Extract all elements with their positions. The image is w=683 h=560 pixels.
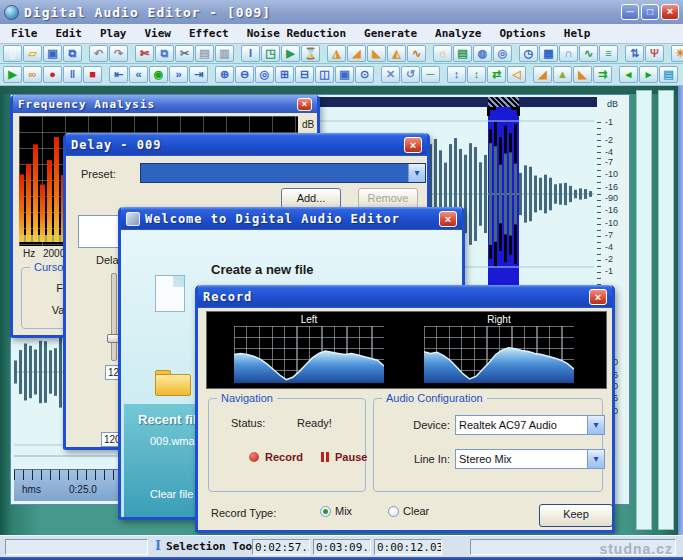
recent-file-item[interactable]: 009.wma (150, 435, 195, 447)
pause-button[interactable]: Pause (321, 451, 367, 463)
remove-preset-button[interactable]: Remove (358, 188, 418, 209)
zoom-in-horizontal-button[interactable]: ⊞ (275, 66, 294, 83)
record-type-clear-radio[interactable]: Clear (388, 505, 429, 517)
fade-out-button[interactable]: ◣ (367, 45, 386, 62)
expand-vertical-button[interactable]: ↕ (447, 66, 466, 83)
delete-button[interactable]: ✄ (135, 45, 154, 62)
headphones-button[interactable]: ∩ (559, 45, 578, 62)
frequency-analysis-titlebar[interactable]: Frequency Analysis × (13, 95, 317, 113)
overview-selection-marker[interactable] (488, 97, 519, 107)
open-file-button[interactable]: ▱ (23, 45, 42, 62)
zoom-out-button[interactable]: ⊖ (235, 66, 254, 83)
keep-button[interactable]: Keep (539, 504, 613, 527)
shortcuts-button[interactable]: ⇅ (625, 45, 644, 62)
menu-view[interactable]: View (136, 25, 181, 42)
marker-out-button[interactable]: ▸ (639, 66, 658, 83)
record-button[interactable]: Record (249, 451, 303, 463)
revert-button[interactable]: ↺ (401, 66, 420, 83)
envelope-button[interactable]: ∿ (407, 45, 426, 62)
go-start-button[interactable]: ⇤ (109, 66, 128, 83)
envelope-up-button[interactable]: ▲ (553, 66, 572, 83)
save-file-button[interactable]: ▣ (43, 45, 62, 62)
delay-close-icon[interactable]: × (404, 137, 422, 153)
cut-button[interactable]: ✂ (175, 45, 194, 62)
device-dropdown-icon[interactable]: ▾ (587, 416, 604, 434)
device-combobox[interactable]: Realtek AC97 Audio ▾ (455, 415, 605, 435)
undo-button[interactable]: ↶ (89, 45, 108, 62)
zoom-vertical-button[interactable]: ◫ (315, 66, 334, 83)
menu-help[interactable]: Help (555, 25, 600, 42)
fade-in-button[interactable]: ◢ (347, 45, 366, 62)
preset-combobox[interactable]: ▾ (140, 163, 426, 183)
redo-button[interactable]: ↷ (109, 45, 128, 62)
navigate-button[interactable]: ⇄ (487, 66, 506, 83)
welcome-titlebar[interactable]: Welcome to Digital Audio Editor × (121, 207, 462, 230)
record-button[interactable]: ● (43, 66, 62, 83)
new-file-icon[interactable] (155, 275, 185, 312)
tools-button[interactable]: Ψ (645, 45, 664, 62)
preset-list[interactable] (78, 215, 122, 248)
loop-button[interactable]: ∞ (23, 66, 42, 83)
line-in-dropdown-icon[interactable]: ▾ (587, 450, 604, 468)
selection-marker-button[interactable]: Ι (241, 45, 260, 62)
zoom-in-button[interactable]: ⊕ (215, 66, 234, 83)
record-type-mix-radio[interactable]: Mix (320, 505, 352, 517)
record-titlebar[interactable]: Record × (198, 285, 612, 308)
play-button[interactable]: ▶ (3, 66, 22, 83)
welcome-close-icon[interactable]: × (439, 211, 457, 227)
stop-button[interactable]: ■ (83, 66, 102, 83)
normalize-button[interactable]: ◭ (387, 45, 406, 62)
marker-in-button[interactable]: ◂ (619, 66, 638, 83)
menu-noise-reduction[interactable]: Noise Reduction (238, 25, 355, 42)
create-new-file-link[interactable]: Create a new file (211, 262, 314, 277)
crossfade-button[interactable]: ✕ (381, 66, 400, 83)
time-length-field[interactable]: 0:00:12.030 (374, 539, 442, 555)
open-file-icon[interactable] (155, 370, 191, 396)
new-file-button[interactable]: ▯ (3, 45, 22, 62)
maximize-button[interactable]: □ (641, 4, 659, 20)
wait-process-button[interactable]: ⌛ (301, 45, 320, 62)
close-button[interactable]: × (661, 4, 679, 20)
menu-edit[interactable]: Edit (47, 25, 92, 42)
menu-analyze[interactable]: Analyze (426, 25, 490, 42)
record-close-icon[interactable]: × (589, 289, 607, 305)
copy-button[interactable]: ⧉ (155, 45, 174, 62)
menu-play[interactable]: Play (91, 25, 136, 42)
time-start-field[interactable]: 0:02:57.206 (252, 539, 310, 555)
frequency-view-button[interactable]: ∿ (579, 45, 598, 62)
trim-button[interactable]: ◳ (261, 45, 280, 62)
delay-slider[interactable] (111, 273, 117, 361)
paste-end-button[interactable]: ▥ (215, 45, 234, 62)
timer-button[interactable]: ◷ (519, 45, 538, 62)
play-all-button[interactable]: ◉ (149, 66, 168, 83)
library-button[interactable]: ▦ (539, 45, 558, 62)
brightness-effect-button[interactable]: ☼ (433, 45, 452, 62)
frequency-analysis-close-icon[interactable]: × (297, 98, 312, 111)
zoom-previous-button[interactable]: ⊙ (355, 66, 374, 83)
rewind-button[interactable]: « (129, 66, 148, 83)
envelope-fade-out-button[interactable]: ◣ (573, 66, 592, 83)
chorus-button[interactable]: ◍ (473, 45, 492, 62)
live-update-button[interactable]: ☀ (671, 45, 683, 62)
paste-begin-button[interactable]: ▤ (195, 45, 214, 62)
time-end-field[interactable]: 0:03:09.236 (313, 539, 371, 555)
zoom-out-horizontal-button[interactable]: ⊟ (295, 66, 314, 83)
menu-effect[interactable]: Effect (180, 25, 238, 42)
menu-generate[interactable]: Generate (355, 25, 426, 42)
zoom-full-button[interactable]: ▣ (335, 66, 354, 83)
preset-dropdown-icon[interactable]: ▾ (408, 164, 425, 182)
convert-format-button[interactable]: ▶ (281, 45, 300, 62)
statistics-button[interactable]: ≡ (599, 45, 618, 62)
scrub-button[interactable]: ⇉ (593, 66, 612, 83)
eq-display-button[interactable]: ▤ (659, 66, 678, 83)
menu-options[interactable]: Options (490, 25, 554, 42)
amplify-button[interactable]: ◮ (327, 45, 346, 62)
save-copy-button[interactable]: ⧉ (63, 45, 82, 62)
monitor-speaker-button[interactable]: ◁ (507, 66, 526, 83)
add-preset-button[interactable]: Add... (281, 188, 341, 209)
go-end-button[interactable]: ⇥ (189, 66, 208, 83)
forward-button[interactable]: » (169, 66, 188, 83)
reverb-button[interactable]: ◎ (493, 45, 512, 62)
zoom-selection-button[interactable]: ◎ (255, 66, 274, 83)
menu-file[interactable]: File (2, 25, 47, 42)
